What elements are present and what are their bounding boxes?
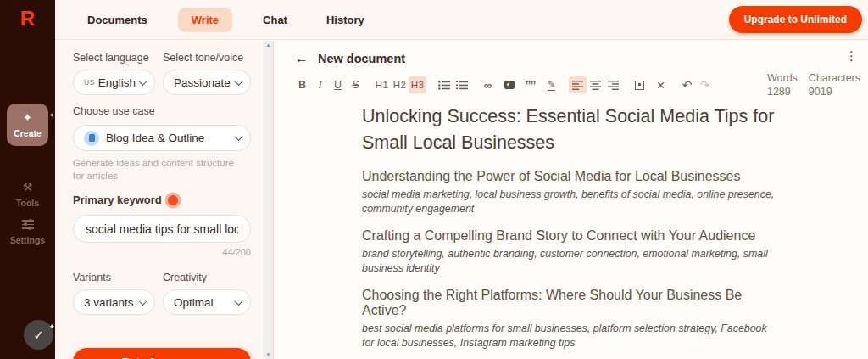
bold-button[interactable]: B: [293, 76, 311, 93]
underline-button[interactable]: U: [329, 76, 347, 93]
tone-select[interactable]: Passionate: [163, 70, 251, 95]
redo-button[interactable]: ↷: [696, 76, 714, 93]
bullet-list-button[interactable]: [435, 76, 453, 93]
link-button[interactable]: ∞: [479, 76, 497, 93]
document-section-keywords[interactable]: social media marketing, local business g…: [362, 188, 777, 216]
characters-value: 9019: [809, 85, 860, 98]
creativity-label: Creativity: [163, 272, 251, 283]
chevron-down-icon: [235, 132, 243, 141]
sparkle-icon: ✦: [48, 312, 55, 342]
document-sections: Understanding the Power of Social Media …: [362, 169, 777, 359]
kebab-menu-icon[interactable]: ⋮: [845, 49, 858, 62]
h3-button[interactable]: H3: [409, 76, 426, 93]
language-value: English: [98, 76, 136, 89]
sliders-icon: [7, 217, 48, 233]
tone-label: Select tone/voice: [163, 52, 251, 64]
variants-value: 3 variants: [84, 296, 134, 309]
sidebar-item-create[interactable]: ✦ Create: [7, 104, 48, 146]
language-label: Select language: [73, 52, 155, 64]
blog-doc-icon: [84, 131, 99, 146]
scroll-up-arrow[interactable]: ▲: [264, 42, 273, 48]
nav-item-documents[interactable]: Documents: [79, 8, 156, 31]
highlight-pen-button[interactable]: ✎: [542, 76, 560, 93]
h2-button[interactable]: H2: [391, 76, 409, 93]
use-case-label: Choose use case: [73, 105, 251, 117]
ryte-button-label: Ryte for me: [122, 356, 185, 359]
document-section-keywords[interactable]: best social media platforms for small bu…: [362, 322, 777, 350]
variants-select[interactable]: 3 variants: [73, 289, 155, 315]
keyword-char-counter: 44/200: [73, 247, 251, 257]
keyword-status-dot[interactable]: [168, 195, 178, 205]
left-rail: R ✦ Create ⚒ Tools Settings ✓ ✦: [0, 0, 55, 359]
top-navigation: Documents Write Chat History Upgrade to …: [55, 0, 868, 40]
italic-button[interactable]: I: [311, 76, 329, 93]
ryte-for-me-button[interactable]: Ryte for me →: [73, 348, 251, 359]
words-value: 1289: [767, 85, 798, 98]
sidebar-item-label: Settings: [7, 235, 48, 245]
document-h1-title[interactable]: Unlocking Success: Essential Social Medi…: [362, 104, 777, 156]
clock-check-icon: ✓: [33, 328, 44, 342]
words-label: Words: [767, 71, 798, 85]
primary-keyword-input[interactable]: [73, 215, 251, 243]
sparkles-icon: ✦: [7, 110, 48, 126]
sidebar-item-label: Tools: [7, 198, 48, 208]
document-name[interactable]: New document: [318, 52, 405, 65]
upgrade-button[interactable]: Upgrade to Unlimited: [729, 6, 862, 33]
nav-item-chat[interactable]: Chat: [254, 8, 296, 31]
document-stats: Words 1289 Characters 9019: [767, 71, 860, 98]
align-right-button[interactable]: [604, 76, 622, 93]
wrench-icon: ⚒: [7, 180, 48, 195]
align-left-button[interactable]: [569, 76, 587, 93]
blockquote-button[interactable]: ””: [521, 76, 539, 93]
use-case-select[interactable]: Blog Idea & Outline: [73, 125, 251, 151]
variants-label: Variants: [73, 272, 155, 283]
select-block-button[interactable]: [631, 76, 648, 93]
ordered-list-button[interactable]: [453, 76, 470, 93]
document-section-heading[interactable]: Understanding the Power of Social Media …: [362, 169, 777, 184]
use-case-value: Blog Idea & Outline: [106, 132, 204, 144]
pen-icon: ✎: [548, 80, 555, 91]
tone-value: Passionate: [174, 76, 231, 89]
use-case-help-text: Generate ideas and content structure for…: [73, 157, 242, 182]
language-select[interactable]: US English: [73, 70, 155, 95]
image-icon: [504, 81, 515, 89]
nav-tabs: Documents Write Chat History: [79, 8, 373, 32]
document-section-heading[interactable]: Choosing the Right Platforms: Where Shou…: [362, 288, 777, 318]
scroll-down-arrow[interactable]: ▼: [264, 352, 273, 357]
generator-form-panel: Select language US English Select tone/v…: [55, 41, 264, 359]
editor-area: ← New document ⋮ Words 1289 Characters 9…: [274, 41, 868, 359]
document-section-keywords[interactable]: brand storytelling, authentic branding, …: [362, 247, 777, 275]
arrow-right-icon: →: [191, 356, 203, 359]
strikethrough-button[interactable]: S: [347, 76, 364, 93]
back-arrow-icon[interactable]: ←: [295, 52, 309, 65]
sidebar-item-label: Create: [7, 128, 48, 138]
characters-label: Characters: [809, 71, 860, 85]
sidebar-item-tools[interactable]: ⚒ Tools: [7, 180, 48, 208]
selection-square-icon: [635, 81, 644, 90]
chevron-down-icon: [235, 297, 243, 306]
undo-button[interactable]: ↶: [678, 76, 696, 93]
clear-format-button[interactable]: ✕: [652, 76, 670, 93]
app-window: R ✦ Create ⚒ Tools Settings ✓ ✦ Document…: [0, 0, 868, 359]
primary-keyword-label: Primary keyword: [73, 194, 162, 206]
document-section-heading[interactable]: Crafting a Compelling Brand Story to Con…: [362, 228, 777, 244]
nav-item-write[interactable]: Write: [178, 8, 232, 32]
creativity-value: Optimal: [174, 296, 214, 309]
sidebar-item-settings[interactable]: Settings: [7, 217, 48, 245]
brand-logo[interactable]: R: [0, 7, 55, 31]
language-flag: US: [84, 78, 95, 87]
image-button[interactable]: [500, 76, 518, 93]
align-center-button[interactable]: [587, 76, 604, 93]
chevron-down-icon: [235, 77, 243, 86]
chevron-down-icon: [139, 297, 147, 306]
history-timer-badge[interactable]: ✓ ✦: [24, 320, 53, 350]
nav-item-history[interactable]: History: [318, 8, 373, 31]
document-content[interactable]: Unlocking Success: Essential Social Medi…: [362, 104, 777, 359]
creativity-select[interactable]: Optimal: [163, 289, 251, 315]
chevron-down-icon: [139, 77, 147, 86]
h1-button[interactable]: H1: [373, 76, 391, 93]
panel-scrollbar[interactable]: ▲ ▼: [264, 41, 273, 359]
